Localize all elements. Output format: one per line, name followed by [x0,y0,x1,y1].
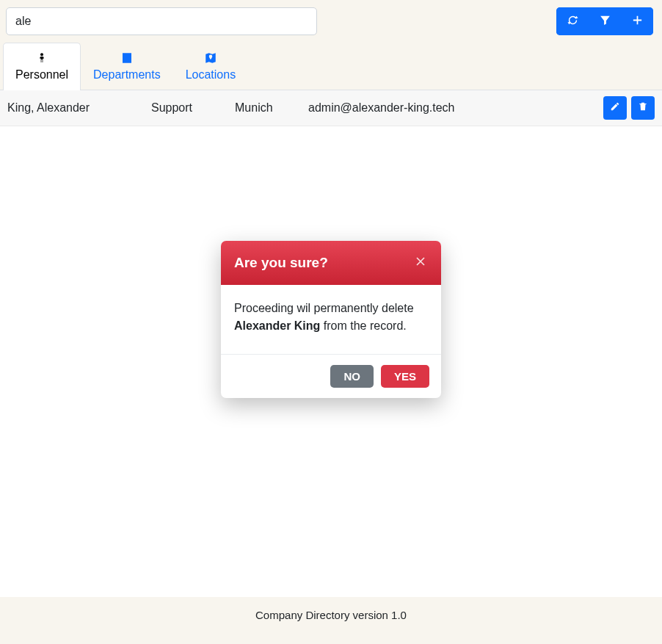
cell-email: admin@alexander-king.tech [308,101,603,115]
add-button[interactable] [621,7,653,35]
svg-point-0 [40,53,43,56]
trash-icon [638,101,648,115]
footer-text: Company Directory version 1.0 [0,597,662,633]
filter-icon [599,14,611,29]
cell-name: King, Alexander [7,101,151,115]
modal-yes-button[interactable]: YES [381,365,429,388]
tab-label: Personnel [15,68,68,82]
building-icon [120,51,134,65]
modal-title: Are you sure? [234,255,328,271]
modal-body-post: from the record. [320,319,406,332]
cell-location: Munich [235,101,308,115]
pencil-icon [610,101,620,115]
modal-body: Proceeding wil permanently delete Alexan… [221,285,441,355]
tab-locations[interactable]: Locations [173,43,249,90]
table-row[interactable]: King, Alexander Support Munich admin@ale… [0,90,662,126]
modal-no-button[interactable]: NO [330,365,374,388]
tab-departments[interactable]: Departments [81,43,173,90]
refresh-button[interactable] [556,7,589,35]
refresh-icon [567,14,579,29]
modal-footer: NO YES [221,355,441,398]
map-pin-icon [203,51,218,65]
row-actions [603,96,655,120]
topbar [0,0,662,43]
tabs: Personnel Departments Locations [0,43,662,90]
tab-personnel[interactable]: Personnel [3,43,81,90]
filter-button[interactable] [589,7,621,35]
search-input[interactable] [6,7,317,35]
plus-icon [631,14,644,29]
delete-button[interactable] [631,96,655,120]
modal-close-button[interactable] [413,254,428,272]
modal-body-name: Alexander King [234,319,320,332]
toolbar-buttons [556,7,653,35]
cell-department: Support [151,101,235,115]
edit-button[interactable] [603,96,627,120]
modal-body-pre: Proceeding wil permanently delete [234,302,414,314]
modal-header: Are you sure? [221,241,441,285]
person-icon [36,51,48,65]
close-icon [413,254,428,272]
tab-label: Locations [186,68,236,82]
tab-label: Departments [93,68,161,82]
confirm-modal: Are you sure? Proceeding wil permanently… [221,241,441,398]
